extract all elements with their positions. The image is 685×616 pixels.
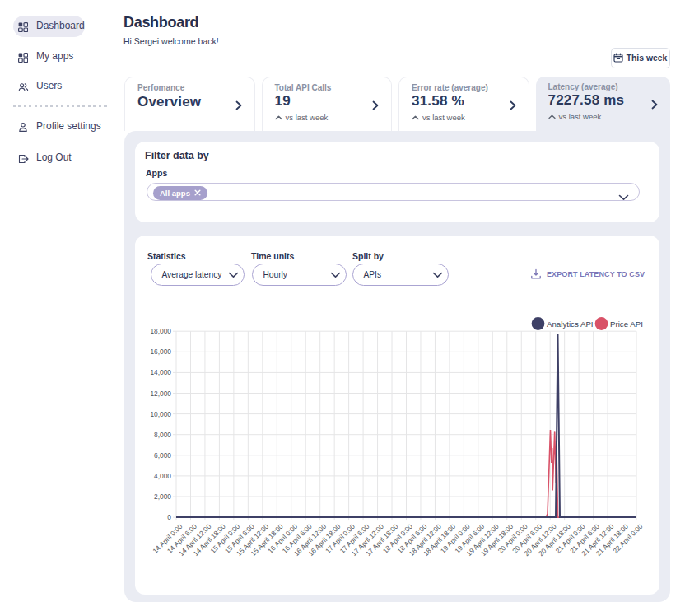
- svg-text:18,000: 18,000: [150, 327, 171, 335]
- svg-text:Price API: Price API: [610, 320, 643, 329]
- svg-text:Analytics API: Analytics API: [547, 320, 594, 329]
- svg-text:8,000: 8,000: [154, 431, 171, 439]
- svg-text:0: 0: [167, 513, 171, 521]
- svg-text:4,000: 4,000: [154, 472, 171, 480]
- svg-text:6,000: 6,000: [154, 451, 171, 460]
- svg-text:12,000: 12,000: [150, 390, 171, 398]
- svg-text:2,000: 2,000: [154, 492, 171, 501]
- svg-text:10,000: 10,000: [150, 410, 171, 418]
- svg-text:16,000: 16,000: [150, 348, 171, 356]
- svg-text:14,000: 14,000: [150, 368, 171, 376]
